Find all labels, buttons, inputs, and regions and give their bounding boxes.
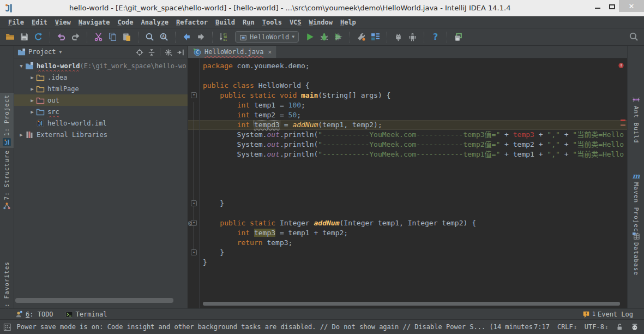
tab-close-icon[interactable]: × (268, 49, 272, 56)
copy-icon[interactable] (108, 32, 117, 41)
code-line-16 (203, 208, 624, 218)
menu-bar: FileEditViewNavigateCodeAnalyzeRefactorB… (0, 16, 644, 28)
svg-text:C: C (196, 50, 198, 55)
code-editor[interactable]: ▾▴▾▴@ package com.youmeek.demo;public cl… (188, 58, 627, 308)
replace-icon[interactable]: A (159, 32, 168, 41)
bottom-tool-bar: ? 6: TODO Terminal 1 Event Log (0, 308, 644, 319)
code-line-1: package com.youmeek.demo; (203, 61, 624, 71)
stripe-database[interactable]: Database (628, 230, 644, 277)
open-folder-icon[interactable] (5, 32, 15, 41)
find-icon[interactable] (145, 32, 154, 41)
project-panel: Project ▼ ▼hello-world (E:\git_work_spac… (14, 46, 188, 308)
caret-position-widget[interactable]: 7:17 (534, 323, 550, 331)
fold-expand-icon[interactable]: ▴ (191, 249, 197, 255)
run-icon[interactable] (305, 32, 315, 41)
tree-item-hello-world-iml[interactable]: Jhello-world.iml (14, 117, 188, 129)
right-tool-stripe: Ant BuildmMaven ProjectsDatabase (627, 46, 644, 308)
event-log-button[interactable]: 1 Event Log (582, 311, 633, 318)
gear-icon[interactable] (165, 48, 172, 56)
tree-expanded-icon[interactable]: ▼ (17, 63, 25, 69)
forward-icon[interactable] (196, 32, 206, 41)
tree-collapsed-icon[interactable]: ▶ (28, 75, 36, 80)
java-class-icon: C (193, 48, 201, 56)
install-plugin-icon[interactable] (454, 32, 463, 41)
menu-help[interactable]: Help (336, 17, 360, 27)
android-sdk-icon[interactable] (408, 32, 417, 41)
tree-item-label: out (47, 97, 59, 104)
toolwindow-quick-access-icon[interactable] (3, 323, 11, 331)
help-icon[interactable]: ? (431, 32, 440, 41)
tree-collapsed-icon[interactable]: ▶ (28, 86, 36, 92)
line-separator-widget[interactable]: CRLF↕ (557, 323, 577, 331)
tab-helloworld-java[interactable]: C HelloWorld.java × (188, 46, 277, 58)
tree-item-out[interactable]: ▶out (14, 94, 188, 106)
back-icon[interactable] (182, 32, 191, 41)
undo-icon[interactable] (57, 32, 66, 41)
code-line-13 (203, 179, 624, 189)
fold-expand-icon[interactable]: ▴ (191, 200, 197, 206)
tree-item-src[interactable]: ▶src (14, 106, 188, 117)
project-panel-title[interactable]: Project (28, 48, 56, 56)
menu-navigate[interactable]: Navigate (75, 17, 114, 27)
tree-collapsed-icon[interactable]: ▶ (17, 132, 25, 138)
stripe-structure[interactable]: 7: Structure (0, 148, 14, 212)
menu-run[interactable]: Run (239, 17, 258, 27)
tree-item-external-libraries[interactable]: ▶External Libraries (14, 129, 188, 140)
tree-item-label: src (47, 108, 59, 116)
fold-collapse-icon[interactable]: ▾ (191, 92, 197, 98)
menu-refactor[interactable]: Refactor (172, 17, 212, 27)
tree-item-htmlpage[interactable]: ▶htmlPage (14, 83, 188, 94)
intellij-logo-icon: J (4, 3, 15, 14)
run-configuration-select[interactable]: HelloWorld▼ (235, 31, 299, 43)
menu-analyze[interactable]: Analyze (137, 17, 173, 27)
avd-manager-icon[interactable] (394, 32, 403, 41)
minimize-button[interactable] (591, 0, 605, 12)
unlock-icon[interactable] (616, 323, 623, 331)
project-structure-icon[interactable] (371, 32, 380, 41)
toolbar-separator (87, 32, 87, 43)
redo-icon[interactable] (71, 32, 80, 41)
tree-item-hello-world[interactable]: ▼hello-world (E:\git_work_space\hello-wo (14, 60, 188, 71)
project-view-icon (17, 48, 26, 56)
project-view-dropdown-icon[interactable]: ▼ (59, 50, 62, 55)
code-line-7: int tempd3 = addNum(temp1, temp2); (203, 120, 624, 130)
collapse-all-icon[interactable] (148, 48, 155, 56)
menu-tools[interactable]: Tools (258, 17, 286, 27)
close-button[interactable]: ✕ (619, 0, 644, 12)
menu-vcs[interactable]: VCS (286, 17, 305, 27)
project-folder-icon (25, 62, 34, 70)
encoding-widget[interactable]: UTF-8↕ (585, 323, 608, 331)
search-everywhere-icon[interactable] (629, 32, 639, 41)
settings-icon[interactable] (357, 32, 366, 41)
warning-stripe-mark[interactable] (621, 124, 625, 126)
menu-edit[interactable]: Edit (28, 17, 51, 27)
project-horizontal-scrollbar[interactable] (15, 298, 173, 303)
status-message[interactable]: Power save mode is on: Code insight and … (16, 323, 534, 331)
hector-inspector-icon[interactable] (631, 323, 639, 331)
hide-panel-icon[interactable] (177, 48, 184, 56)
maximize-button[interactable] (605, 0, 619, 12)
stripe-project[interactable]: 1: ProjectJ (0, 93, 14, 148)
menu-code[interactable]: Code (114, 17, 137, 27)
debug-icon[interactable] (320, 32, 329, 41)
menu-view[interactable]: View (51, 17, 75, 27)
tree-collapsed-icon[interactable]: ▶ (28, 109, 36, 115)
save-icon[interactable] (20, 32, 29, 41)
editor-horizontal-scrollbar[interactable] (203, 302, 620, 306)
coverage-icon[interactable] (334, 32, 343, 41)
synchronize-icon[interactable] (34, 32, 43, 41)
toolwindow-todo[interactable]: ? 6: TODO (15, 311, 53, 318)
toolwindow-terminal[interactable]: Terminal (65, 311, 107, 318)
paste-icon[interactable] (122, 32, 131, 41)
tree-collapsed-icon[interactable]: ▶ (28, 98, 36, 103)
menu-build[interactable]: Build (212, 17, 239, 27)
error-stripe-mark[interactable] (621, 120, 625, 121)
menu-window[interactable]: Window (305, 17, 336, 27)
menu-file[interactable]: File (4, 17, 28, 27)
locate-file-icon[interactable] (136, 48, 143, 56)
cut-icon[interactable] (94, 32, 103, 41)
error-indicator-icon[interactable] (618, 61, 624, 67)
stripe-ant-build[interactable]: Ant Build (628, 94, 644, 145)
tree-item--idea[interactable]: ▶.idea (14, 71, 188, 83)
sort-lines-icon[interactable]: 011001 (219, 32, 228, 41)
